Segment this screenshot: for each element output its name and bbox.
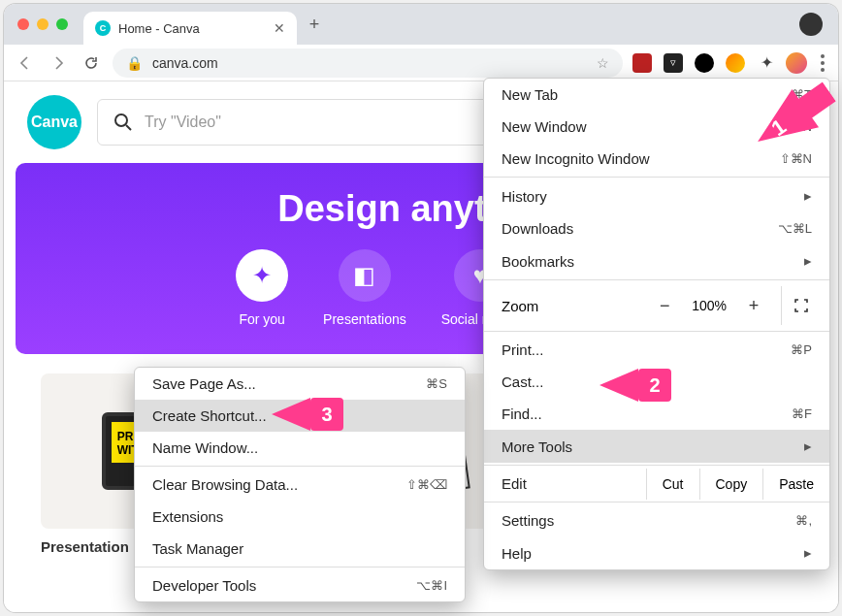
- svg-point-0: [115, 114, 127, 126]
- search-placeholder: Try "Video": [145, 113, 221, 131]
- close-window-button[interactable]: [17, 18, 29, 30]
- menu-edit-row: Edit Cut Copy Paste: [484, 468, 829, 500]
- chrome-menu-button[interactable]: [817, 50, 828, 76]
- chevron-right-icon: ▸: [804, 187, 812, 205]
- canva-favicon: C: [95, 20, 111, 36]
- minimize-window-button[interactable]: [37, 18, 49, 30]
- menu-bookmarks[interactable]: Bookmarks▸: [484, 244, 829, 277]
- search-icon: [113, 113, 133, 132]
- extension-icon[interactable]: [632, 53, 652, 73]
- url-text: canva.com: [152, 55, 218, 71]
- canva-logo[interactable]: Canva: [27, 95, 81, 149]
- menu-find[interactable]: Find...⌘F: [484, 398, 829, 430]
- sparkle-icon: ✦: [236, 249, 288, 302]
- back-button[interactable]: [14, 51, 37, 75]
- close-tab-icon[interactable]: ✕: [274, 20, 285, 36]
- pocket-icon[interactable]: ▿: [664, 53, 683, 73]
- zoom-level: 100%: [692, 298, 727, 313]
- chevron-right-icon: ▸: [804, 438, 812, 455]
- category-presentations[interactable]: ◧ Presentations: [323, 249, 406, 327]
- presentation-icon: ◧: [339, 249, 391, 302]
- extension-icon[interactable]: [726, 53, 745, 73]
- window-controls: [12, 18, 68, 30]
- tab-strip: C Home - Canva ✕ +: [4, 4, 838, 45]
- menu-cut[interactable]: Cut: [646, 469, 699, 500]
- bookmark-star-icon[interactable]: ☆: [597, 55, 609, 71]
- submenu-clear-browsing-data[interactable]: Clear Browsing Data...⇧⌘⌫: [135, 469, 465, 501]
- lock-icon: 🔒: [126, 55, 143, 71]
- chevron-right-icon: ▸: [804, 544, 812, 562]
- browser-toolbar: 🔒 canva.com ☆ ▿ ✦: [4, 45, 838, 81]
- extension-icon[interactable]: [695, 53, 714, 73]
- submenu-developer-tools[interactable]: Developer Tools⌥⌘I: [135, 569, 465, 601]
- annotation-step-2: 2: [599, 369, 671, 402]
- maximize-window-button[interactable]: [56, 18, 68, 30]
- menu-downloads[interactable]: Downloads⌥⌘L: [484, 212, 829, 244]
- submenu-task-manager[interactable]: Task Manager: [135, 533, 465, 565]
- submenu-save-page-as[interactable]: Save Page As...⌘S: [135, 368, 465, 400]
- forward-button: [47, 51, 70, 75]
- category-for-you[interactable]: ✦ For you: [236, 249, 288, 327]
- account-icon[interactable]: [799, 13, 823, 36]
- menu-more-tools[interactable]: More Tools▸: [484, 430, 829, 463]
- zoom-out-button[interactable]: −: [655, 296, 674, 316]
- extension-icons: ▿ ✦: [632, 53, 776, 73]
- menu-zoom: Zoom − 100% +: [484, 282, 829, 329]
- menu-help[interactable]: Help▸: [484, 536, 829, 569]
- menu-history[interactable]: History▸: [484, 179, 829, 212]
- annotation-step-3: 3: [272, 398, 343, 431]
- new-tab-button[interactable]: +: [301, 11, 328, 38]
- reload-button[interactable]: [80, 51, 103, 75]
- submenu-extensions[interactable]: Extensions: [135, 501, 465, 533]
- tab-title: Home - Canva: [118, 21, 266, 36]
- profile-avatar[interactable]: [786, 52, 807, 74]
- browser-tab[interactable]: C Home - Canva ✕: [83, 12, 297, 45]
- menu-copy[interactable]: Copy: [699, 469, 763, 500]
- zoom-in-button[interactable]: +: [744, 296, 763, 316]
- chevron-right-icon: ▸: [804, 252, 812, 270]
- address-bar[interactable]: 🔒 canva.com ☆: [113, 49, 623, 78]
- extensions-puzzle-icon[interactable]: ✦: [757, 53, 776, 73]
- fullscreen-button[interactable]: [781, 286, 820, 325]
- menu-print[interactable]: Print...⌘P: [484, 334, 829, 366]
- menu-paste[interactable]: Paste: [762, 469, 829, 500]
- menu-settings[interactable]: Settings⌘,: [484, 504, 829, 536]
- submenu-name-window[interactable]: Name Window...: [135, 432, 465, 464]
